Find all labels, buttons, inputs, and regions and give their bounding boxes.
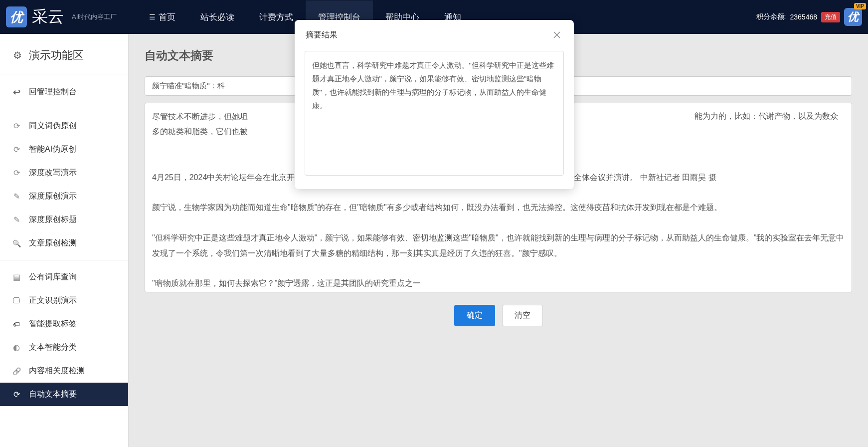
sidebar-back[interactable]: 回管理控制台 (0, 80, 128, 104)
logo-text: 采云 (32, 6, 64, 28)
sidebar-title: 演示功能区 (29, 48, 84, 63)
sidebar-item-label: 文本智能分类 (29, 342, 77, 353)
sidebar-item-label: 内容相关度检测 (29, 366, 85, 376)
sidebar-item-label: 智能提取标签 (29, 319, 77, 329)
nav-home[interactable]: 首页 (137, 0, 188, 34)
sidebar-item-label: 自动文本摘要 (29, 389, 77, 400)
sidebar-item-text-classify[interactable]: 文本智能分类 (0, 336, 128, 359)
refresh-icon (12, 390, 21, 399)
recharge-button[interactable]: 充值 (821, 12, 840, 22)
content-overflow-text: 能为力的，比如：代谢产物，以及为数众 (694, 109, 838, 124)
logo-right-icon[interactable]: 优 VIP (844, 8, 862, 26)
button-row: 确定 清空 (145, 305, 852, 326)
refresh-icon (12, 145, 21, 154)
sidebar-header: 演示功能区 (0, 34, 128, 74)
header-right: 积分余额: 2365468 充值 优 VIP (756, 8, 862, 26)
sidebar-item-deep-original[interactable]: 深度原创演示 (0, 185, 128, 208)
sidebar-item-label: 正文识别演示 (29, 295, 77, 306)
sidebar-item-deep-title[interactable]: 深度原创标题 (0, 208, 128, 231)
sidebar-item-label: 智能AI伪原创 (29, 144, 76, 155)
modal-body (295, 47, 574, 189)
book-icon (12, 273, 21, 282)
search-icon (12, 239, 21, 248)
refresh-icon (12, 122, 21, 131)
sidebar-item-label: 深度改写演示 (29, 168, 77, 178)
sidebar-item-label: 公有词库查询 (29, 272, 77, 282)
sidebar-item-synonym[interactable]: 同义词伪原创 (0, 114, 128, 138)
sidebar-item-relevance[interactable]: 内容相关度检测 (0, 359, 128, 383)
logo-subtitle: AI时代内容工厂 (72, 12, 117, 21)
logo-badge: 优 (6, 6, 27, 27)
modal-title: 摘要结果 (306, 30, 338, 40)
back-icon (12, 88, 21, 97)
refresh-icon (12, 169, 21, 178)
divider (0, 109, 128, 109)
summary-result-textarea[interactable] (305, 51, 564, 176)
gear-icon (13, 49, 22, 61)
sidebar-item-ai-pseudo[interactable]: 智能AI伪原创 (0, 138, 128, 161)
logo[interactable]: 优 采云 AI时代内容工厂 (6, 6, 117, 28)
credit-label: 积分余额: (756, 12, 786, 21)
sidebar-item-label: 文章原创检测 (29, 238, 77, 248)
confirm-button[interactable]: 确定 (454, 305, 495, 326)
vip-badge: VIP (854, 3, 866, 9)
sidebar-item-auto-summary[interactable]: 自动文本摘要 (0, 383, 128, 406)
sidebar-item-label: 回管理控制台 (29, 87, 77, 97)
modal-header: 摘要结果 (295, 20, 574, 47)
edit-icon (12, 216, 21, 224)
sidebar-item-deep-rewrite[interactable]: 深度改写演示 (0, 161, 128, 185)
summary-modal: 摘要结果 (295, 20, 574, 189)
close-icon[interactable] (551, 29, 563, 41)
sidebar-item-label: 深度原创演示 (29, 191, 77, 202)
credit-value: 2365468 (790, 13, 817, 21)
list-icon (149, 12, 156, 22)
pie-icon (12, 343, 21, 352)
edit-icon (12, 192, 21, 201)
sidebar-item-label: 同义词伪原创 (29, 121, 77, 131)
sidebar-item-originality-check[interactable]: 文章原创检测 (0, 231, 128, 255)
sidebar-item-public-dict[interactable]: 公有词库查询 (0, 265, 128, 289)
link-icon (12, 367, 21, 376)
divider (0, 260, 128, 260)
nav-mustread[interactable]: 站长必读 (188, 0, 247, 34)
sidebar-item-body-detect[interactable]: 正文识别演示 (0, 289, 128, 312)
sidebar: 演示功能区 回管理控制台 同义词伪原创 智能AI伪原创 深度改写演示 深度原创演… (0, 34, 129, 447)
clear-button[interactable]: 清空 (502, 305, 543, 326)
monitor-icon (12, 296, 21, 305)
sidebar-item-label: 深度原创标题 (29, 215, 77, 225)
tag-icon (12, 320, 21, 329)
sidebar-item-extract-tags[interactable]: 智能提取标签 (0, 312, 128, 336)
sidebar-list: 回管理控制台 同义词伪原创 智能AI伪原创 深度改写演示 深度原创演示 深度原创… (0, 74, 128, 406)
